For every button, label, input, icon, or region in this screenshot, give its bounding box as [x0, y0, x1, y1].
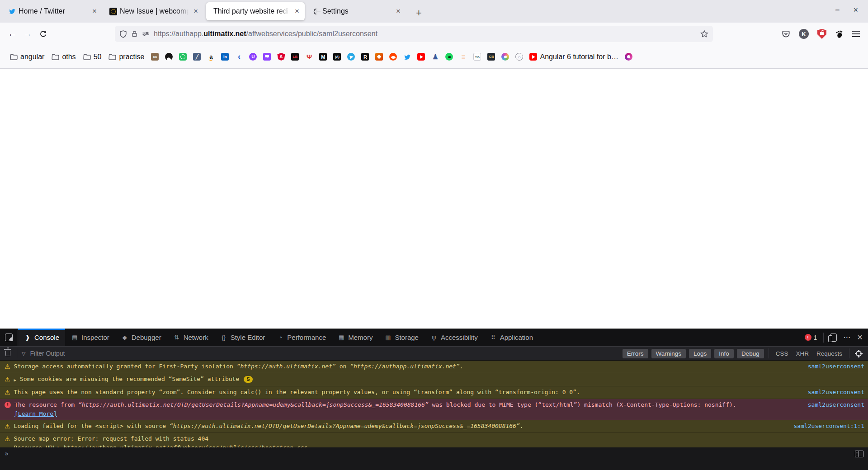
bookmark-angular-shield[interactable]: A: [274, 51, 288, 63]
bookmark-amazon[interactable]: a: [204, 51, 218, 63]
devtools-tab-inspector[interactable]: ▤Inspector: [65, 329, 115, 346]
close-icon[interactable]: ×: [395, 7, 401, 16]
pick-element-button[interactable]: [0, 329, 18, 346]
devtools-tab-application[interactable]: ⠿Application: [484, 329, 539, 346]
forward-button[interactable]: →: [20, 26, 35, 42]
reload-button[interactable]: [35, 26, 51, 42]
bookmark-medium[interactable]: M: [316, 51, 330, 63]
source-link[interactable]: saml2userconsent:1:1: [793, 422, 864, 431]
tab-new-issue[interactable]: New Issue | webcomp ×: [105, 2, 203, 20]
window-minimize-button[interactable]: −: [835, 5, 840, 15]
bookmark-blue-swoosh[interactable]: ‹: [232, 51, 246, 63]
devtools-tab-accessibility[interactable]: ψAccessibility: [425, 329, 484, 346]
bookmark-folder-practise[interactable]: practise: [105, 51, 148, 63]
tab-third-party-active[interactable]: Third party website redir ×: [206, 2, 305, 20]
devtools-tab-memory[interactable]: ▦Memory: [332, 329, 378, 346]
console-settings-icon[interactable]: [856, 351, 862, 357]
pinwheel-icon: [501, 53, 509, 61]
bookmark-red-antenna[interactable]: Ψ: [302, 51, 316, 63]
lock-icon[interactable]: [131, 30, 138, 38]
bookmark-swirl[interactable]: [622, 51, 636, 63]
bookmark-star-icon[interactable]: [700, 30, 708, 38]
close-icon[interactable]: ×: [294, 7, 300, 16]
source-link[interactable]: saml2userconsent: [808, 400, 864, 409]
bookmark-lb[interactable]: LB: [288, 51, 302, 63]
tab-title: Settings: [322, 7, 392, 15]
pocket-icon[interactable]: [782, 30, 790, 38]
application-icon: ⠿: [490, 334, 497, 341]
split-console-icon[interactable]: [855, 451, 863, 457]
bookmark-telegram[interactable]: [344, 51, 358, 63]
bookmark-github[interactable]: [162, 51, 176, 63]
devtools-tab-network[interactable]: ⇅Network: [167, 329, 214, 346]
permissions-icon[interactable]: [142, 31, 150, 37]
bookmark-spotify[interactable]: ≈: [442, 51, 456, 63]
bookmark-linkedin[interactable]: in: [218, 51, 232, 63]
filter-button-info[interactable]: Info: [714, 349, 734, 358]
bookmark-pinwheel[interactable]: [498, 51, 512, 63]
filter-button-errors[interactable]: Errors: [623, 349, 648, 358]
new-tab-button[interactable]: +: [412, 7, 425, 19]
bookmark-person-blue[interactable]: ♟: [428, 51, 442, 63]
devtools-tab-style-editor[interactable]: {}Style Editor: [214, 329, 271, 346]
filter-output-input[interactable]: Filter Output: [30, 350, 618, 357]
close-icon[interactable]: ×: [193, 7, 199, 16]
bookmark-codechef[interactable]: cc: [148, 51, 162, 63]
filter-icon: ▽: [22, 351, 25, 357]
extension-k-avatar[interactable]: K: [799, 29, 809, 39]
console-input-row[interactable]: »: [0, 447, 868, 470]
devtools-tab-storage[interactable]: ▥Storage: [378, 329, 425, 346]
bookmark-folder-label: practise: [119, 53, 144, 61]
devtools-menu-icon[interactable]: ⋯: [843, 333, 851, 342]
bookmark-angular-tutorial[interactable]: Angular 6 tutorial for b…: [526, 51, 621, 63]
bookmark-tia[interactable]: TIA: [470, 51, 484, 63]
bookmark-folder-oths[interactable]: oths: [48, 51, 79, 63]
devtools-tab-console[interactable]: ❱Console: [18, 329, 65, 346]
bookmark-youtube[interactable]: [414, 51, 428, 63]
bookmark-stackoverflow[interactable]: ≡: [456, 51, 470, 63]
shield-lock-extension-icon[interactable]: [817, 29, 826, 39]
clear-console-icon[interactable]: [5, 351, 10, 356]
filter-button-logs[interactable]: Logs: [689, 349, 711, 358]
bookmark-replit-r[interactable]: R: [358, 51, 372, 63]
source-link[interactable]: saml2userconsent: [808, 388, 864, 397]
expand-arrow-icon[interactable]: ▶: [14, 375, 16, 385]
bookmark-paren-a[interactable]: (A): [330, 51, 344, 63]
tab-settings[interactable]: Settings ×: [307, 2, 406, 20]
devtools-tab-performance[interactable]: ◔Performance: [271, 329, 332, 346]
filter-toggle-xhr[interactable]: XHR: [793, 350, 811, 357]
bookmark-purple-u[interactable]: U: [246, 51, 260, 63]
source-link[interactable]: saml2userconsent: [808, 362, 864, 371]
devtools-tab-debugger[interactable]: ◆Debugger: [115, 329, 167, 346]
url-bar[interactable]: https://authapp.ultimatix.net/affwebserv…: [115, 26, 713, 42]
folder-icon: [83, 53, 91, 60]
learn-more-link[interactable]: [Learn More]: [14, 410, 57, 417]
bookmark-reddit[interactable]: [386, 51, 400, 63]
filter-toggle-requests[interactable]: Requests: [814, 350, 844, 357]
bookmark-folder-50[interactable]: 50: [80, 51, 105, 63]
bookmark-folder-angular[interactable]: angular: [6, 51, 48, 63]
bookmark-cb[interactable]: CB: [484, 51, 498, 63]
responsive-design-mode-icon[interactable]: [830, 334, 837, 342]
error-count-badge[interactable]: ! 1: [805, 334, 817, 341]
filter-toggle-css[interactable]: CSS: [774, 350, 791, 357]
bookmark-whatsapp[interactable]: [176, 51, 190, 63]
menu-icon[interactable]: [852, 31, 860, 37]
gnome-foot-icon[interactable]: [835, 30, 844, 38]
console-message-line: [Learn More]: [14, 409, 802, 418]
close-icon[interactable]: ×: [91, 7, 98, 16]
devtools-close-icon[interactable]: ×: [857, 332, 863, 343]
tab-home-twitter[interactable]: Home / Twitter ×: [4, 2, 102, 20]
bookmark-slate-pen[interactable]: ╱: [190, 51, 204, 63]
devtools-tab-label: Debugger: [132, 334, 161, 341]
tracking-shield-icon[interactable]: [119, 30, 127, 38]
url-text[interactable]: https://authapp.ultimatix.net/affwebserv…: [154, 30, 700, 38]
bookmark-twitter[interactable]: [400, 51, 414, 63]
bookmark-home-circle[interactable]: ⌂: [512, 51, 526, 63]
filter-button-warnings[interactable]: Warnings: [651, 349, 686, 358]
bookmark-office[interactable]: [372, 51, 386, 63]
bookmark-twitch[interactable]: [260, 51, 274, 63]
window-close-button[interactable]: ×: [853, 5, 858, 15]
back-button[interactable]: ←: [5, 26, 20, 42]
filter-button-debug[interactable]: Debug: [737, 349, 764, 358]
